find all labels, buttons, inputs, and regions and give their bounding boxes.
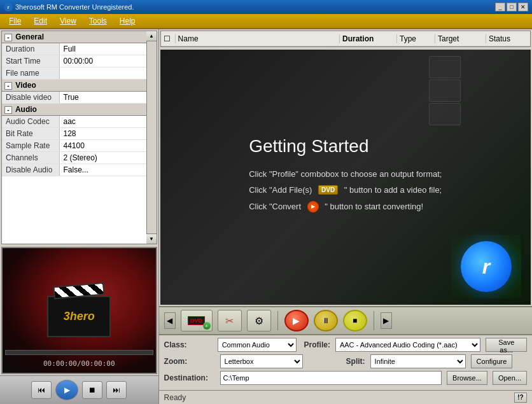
col-type: Type <box>396 34 435 43</box>
prop-disableaudio: Disable Audio False... <box>2 164 157 176</box>
split-select[interactable]: Infinite <box>370 354 466 368</box>
getting-started-panel: Getting Started Click "Profile" combobox… <box>160 50 531 305</box>
convert-button[interactable]: ▶ <box>284 310 309 331</box>
prop-channels: Channels 2 (Stereo) <box>2 152 157 164</box>
prop-val-disableaudio[interactable]: False... <box>59 164 157 176</box>
prop-key-channels: Channels <box>2 152 59 164</box>
film-strip <box>429 56 467 132</box>
convert-icon: ▶ <box>307 201 319 212</box>
zoom-label: Zoom: <box>164 357 215 366</box>
class-label: Class: <box>164 340 213 349</box>
restore-button[interactable]: □ <box>507 3 517 11</box>
split-label: Split: <box>346 357 365 366</box>
rewind-button[interactable]: ⏮ <box>31 381 52 399</box>
stop-media-button[interactable]: ⏹ <box>82 381 102 399</box>
prop-samplerate: Sample Rate 44100 <box>2 140 157 152</box>
prop-key-bitrate: Bit Rate <box>2 128 59 140</box>
video-toggle[interactable]: - <box>4 82 12 90</box>
app-icon: r <box>4 3 13 11</box>
profile-select[interactable]: AAC - Advanced Audio Coding (*.aac) <box>335 338 481 352</box>
menu-view[interactable]: View <box>53 15 83 27</box>
clapperboard: 3hero <box>47 284 111 337</box>
menu-file[interactable]: File <box>3 15 27 27</box>
prop-duration: Duration Full <box>2 43 157 55</box>
pause-convert-button[interactable]: ⏸ <box>314 310 338 331</box>
toolbar-separator-1 <box>277 311 278 330</box>
add-files-button[interactable]: DVD + <box>181 310 213 331</box>
film-frame-2 <box>429 80 461 102</box>
general-toggle[interactable]: - <box>4 34 12 41</box>
titlebar-controls[interactable]: _ □ ✕ <box>495 3 528 11</box>
prop-key-starttime: Start Time <box>2 55 59 67</box>
menu-help[interactable]: Help <box>113 15 142 27</box>
class-select[interactable]: Common Audio <box>218 338 297 352</box>
nav-left-arrow[interactable]: ◀ <box>164 312 176 329</box>
section-audio: - Audio <box>2 104 157 116</box>
file-list-header: ☐ Name Duration Type Target Status <box>161 31 530 46</box>
prop-val-samplerate[interactable]: 44100 <box>59 140 157 152</box>
prop-key-disablevideo: Disable video <box>2 92 59 104</box>
prop-val-filename[interactable] <box>59 67 157 80</box>
titlebar: r 3herosoft RM Converter Unregistered. _… <box>0 0 532 14</box>
gs-line-2: Click "Add File(s) DVD " button to add a… <box>249 185 442 195</box>
clapper-label: 3hero <box>64 310 95 323</box>
scroll-up-btn[interactable]: ▲ <box>146 31 157 41</box>
col-duration: Duration <box>339 34 396 43</box>
bottom-options: Class: Common Audio Profile: AAC - Advan… <box>159 335 532 390</box>
section-video: - Video <box>2 80 157 92</box>
configure-button[interactable]: Configure <box>471 354 513 368</box>
destination-label: Destination: <box>164 373 215 382</box>
convert-icon: ▶ <box>293 316 300 326</box>
film-frame-1 <box>429 56 461 78</box>
prop-val-starttime[interactable]: 00:00:00 <box>59 55 157 67</box>
close-button[interactable]: ✕ <box>518 3 528 11</box>
dvd-icon: DVD <box>318 185 338 195</box>
audio-toggle[interactable]: - <box>4 106 12 114</box>
forward-button[interactable]: ⏭ <box>106 381 127 399</box>
profile-label: Profile: <box>304 340 330 349</box>
prop-val-duration[interactable]: Full <box>59 43 157 55</box>
play-button[interactable]: ▶ <box>55 380 78 400</box>
titlebar-title: 3herosoft RM Converter Unregistered. <box>15 3 134 11</box>
clapper-body: 3hero <box>47 296 111 337</box>
browse-button[interactable]: Browse... <box>447 371 487 385</box>
cut-button[interactable]: ✂ <box>218 310 242 331</box>
help-button[interactable]: !? <box>514 393 527 403</box>
prop-starttime: Start Time 00:00:00 <box>2 55 157 67</box>
properties-table: - General Duration Full Start Time 00:00… <box>2 31 157 176</box>
prop-val-audiocodec[interactable]: aac <box>59 116 157 128</box>
cut-icon: ✂ <box>225 315 234 327</box>
gs-line-3: Click "Convert ▶ " button to start conve… <box>249 201 442 212</box>
destination-input[interactable] <box>220 371 442 385</box>
getting-started-content: Getting Started Click "Profile" combobox… <box>236 123 454 232</box>
stop-icon: ■ <box>353 316 357 325</box>
prop-filename: File name <box>2 67 157 80</box>
prop-val-disablevideo[interactable]: True <box>59 92 157 104</box>
add-icon: + <box>203 322 211 330</box>
prop-val-channels[interactable]: 2 (Stereo) <box>59 152 157 164</box>
save-as-button[interactable]: Save as... <box>486 338 527 352</box>
nav-right-arrow[interactable]: ▶ <box>381 312 392 329</box>
film-frame-3 <box>429 103 461 125</box>
zoom-select[interactable]: Letterbox <box>220 354 303 368</box>
menu-tools[interactable]: Tools <box>83 15 113 27</box>
col-status: Status <box>486 34 530 43</box>
stop-convert-button[interactable]: ■ <box>343 310 367 331</box>
media-controls: ⏮ ▶ ⏹ ⏭ <box>0 375 158 404</box>
prop-key-audiocodec: Audio Codec <box>2 116 59 128</box>
audio-label: Audio <box>15 105 37 114</box>
class-profile-row: Class: Common Audio Profile: AAC - Advan… <box>164 338 527 352</box>
scroll-down-btn[interactable]: ▼ <box>146 233 157 244</box>
minimize-button[interactable]: _ <box>495 3 505 11</box>
prop-key-duration: Duration <box>2 43 59 55</box>
prop-key-samplerate: Sample Rate <box>2 140 59 152</box>
destination-row: Destination: Browse... Open... <box>164 371 527 385</box>
titlebar-left: r 3herosoft RM Converter Unregistered. <box>4 3 134 11</box>
menu-edit[interactable]: Edit <box>27 15 53 27</box>
main-container: - General Duration Full Start Time 00:00… <box>0 29 532 404</box>
preview-time: 00:00:00/00:00:00 <box>43 359 115 368</box>
preview-panel: 3hero 00:00:00/00:00:00 <box>1 247 157 374</box>
open-button[interactable]: Open... <box>493 371 527 385</box>
prop-val-bitrate[interactable]: 128 <box>59 128 157 140</box>
effects-button[interactable]: ⚙ <box>247 310 271 331</box>
